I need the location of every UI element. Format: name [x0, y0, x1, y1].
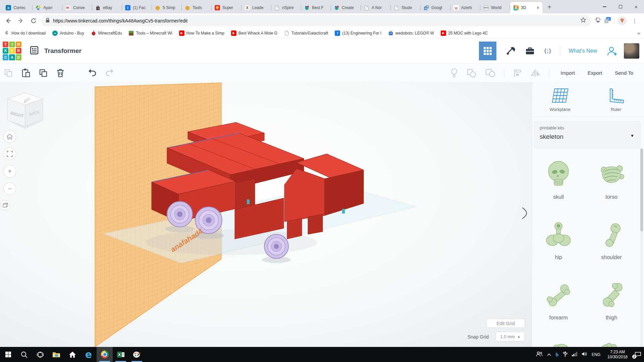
kit-item-torso[interactable]: torso	[585, 159, 638, 200]
drive-extension-icon[interactable]	[595, 17, 601, 24]
bookmark-item[interactable]: ∞Arduino - Buy	[52, 31, 84, 36]
tab-instructables-2[interactable]: Tools	[182, 2, 212, 13]
panel-scrollbar-thumb[interactable]	[640, 148, 643, 231]
search-button[interactable]	[16, 347, 32, 362]
snap-grid-select[interactable]: 1.0 mm▲	[496, 332, 525, 341]
minimize-button[interactable]	[597, 0, 612, 13]
ruler-tool[interactable]: Ruler	[588, 88, 644, 112]
tab-outlook[interactable]: oCorrec	[3, 2, 33, 13]
tab-edx[interactable]: XLeade	[241, 2, 271, 13]
kit-item-skull[interactable]: skull	[532, 159, 585, 200]
align-icon[interactable]	[513, 69, 522, 77]
bookmark-item[interactable]: Tutorials/Galacticraft	[284, 31, 328, 36]
send-to-button[interactable]: Send To	[613, 68, 635, 78]
kit-item-partial[interactable]	[599, 340, 619, 347]
bookmark-item[interactable]: wedobots: LEGO® W	[388, 31, 434, 36]
home-app-button[interactable]	[64, 347, 80, 362]
design-title[interactable]: Transformer	[44, 47, 82, 55]
tab-drive[interactable]: Ayan	[33, 2, 62, 13]
bookmark-star-icon[interactable]	[580, 17, 586, 24]
tab-close-icon[interactable]: ×	[537, 5, 539, 10]
kit-item-partial[interactable]	[551, 340, 572, 347]
user-avatar[interactable]	[624, 43, 639, 59]
bookmark-item[interactable]: Tools – Minecraft Wi	[128, 31, 172, 36]
perspective-toggle-button[interactable]	[1, 200, 10, 210]
panel-collapse-chevron[interactable]	[522, 207, 527, 221]
briefcase-icon[interactable]	[525, 47, 535, 55]
profile-avatar-pizza[interactable]	[618, 16, 627, 25]
network-tray-icon[interactable]	[572, 352, 577, 357]
tab-translate[interactable]: AGGoogl	[421, 2, 450, 13]
tab-tinkercad-active[interactable]: 3D×	[510, 2, 542, 13]
forward-button[interactable]	[15, 15, 26, 26]
3d-canvas[interactable]: anafahad4 TOP RIGHT BACK + −	[0, 82, 532, 347]
kit-item-thigh[interactable]: thigh	[585, 280, 638, 321]
edge-button[interactable]: e	[80, 347, 97, 362]
file-explorer-button[interactable]	[48, 347, 64, 362]
paste-icon[interactable]	[21, 68, 30, 78]
taskbar-clock[interactable]: 7:23 AM 10/30/2018	[605, 350, 630, 360]
tab-udemy[interactable]: uAzerb	[450, 2, 480, 13]
language-indicator[interactable]: ENG	[592, 352, 600, 357]
mirror-flip-icon[interactable]	[531, 69, 541, 77]
tab-ebay[interactable]: eBay	[92, 2, 122, 13]
start-button[interactable]	[0, 347, 16, 362]
chrome-menu-icon[interactable]: ⋮	[630, 18, 639, 24]
bluetooth-tray-icon[interactable]: b	[555, 352, 558, 357]
duplicate-icon[interactable]	[39, 69, 48, 77]
invite-person-icon[interactable]	[606, 46, 618, 56]
tab-create[interactable]: Create	[331, 2, 361, 13]
kit-item-shoulder[interactable]: shoulder	[585, 220, 638, 260]
task-view-button[interactable]	[32, 347, 48, 362]
new-tab-button[interactable]: +	[544, 2, 554, 12]
bookmark-item[interactable]: CHow do I download	[4, 31, 46, 36]
delete-icon[interactable]	[56, 68, 64, 77]
tab-super[interactable]: Super	[212, 2, 241, 13]
bookmark-item[interactable]: f(13) Engineering For I	[335, 31, 381, 36]
show-hidden-icons-chevron[interactable]	[547, 352, 551, 357]
tab-instructables-1[interactable]: 5 Simp	[152, 2, 182, 13]
tinkercad-logo[interactable]: TIN KER CAD	[3, 42, 21, 60]
action-center-icon[interactable]: 2	[635, 352, 641, 357]
kit-item-forearm[interactable]: forearm	[532, 280, 585, 321]
show-all-lightbulb-icon[interactable]	[450, 68, 458, 78]
address-bar[interactable]: https://www.tinkercad.com/things/kA48Aws…	[41, 15, 591, 26]
workplane-tool[interactable]: Workplane	[532, 88, 588, 112]
tab-best[interactable]: Best F	[301, 2, 331, 13]
paint-taskbar-button[interactable]	[129, 347, 145, 362]
volume-tray-icon[interactable]	[582, 352, 587, 357]
people-tray-icon[interactable]	[536, 351, 543, 358]
bookmark-item[interactable]: ▶Best Whack A Mole G	[231, 31, 277, 36]
edit-grid-button[interactable]: Edit Grid	[486, 319, 525, 328]
usb-tray-icon[interactable]	[563, 351, 568, 358]
url-text[interactable]: https://www.tinkercad.com/things/kA48Aws…	[53, 18, 577, 23]
tab-facebook[interactable]: f(1) Fac	[122, 2, 152, 13]
back-button[interactable]	[3, 15, 13, 26]
kits-dropdown[interactable]: printable kits skeleton ▼	[534, 121, 641, 148]
close-button[interactable]: ×	[628, 0, 644, 13]
design-properties-icon[interactable]	[30, 46, 39, 56]
tab-nspire[interactable]: nSpire	[271, 2, 301, 13]
copy-icon[interactable]	[4, 69, 13, 77]
tab-anor[interactable]: A Nor	[361, 2, 391, 13]
group-icon[interactable]	[467, 68, 477, 78]
kit-item-hip[interactable]: hip	[532, 220, 585, 260]
import-button[interactable]: Import	[558, 68, 577, 78]
whats-new-link[interactable]: What's New	[569, 48, 597, 54]
bookmark-item[interactable]: ▶25 MOC with Lego 4C	[441, 31, 488, 36]
bookmark-item[interactable]: ▶How To Make a Simp	[179, 31, 224, 36]
maximize-button[interactable]	[612, 0, 628, 13]
view-cube[interactable]: TOP RIGHT BACK	[7, 93, 43, 129]
tab-wes[interactable]: WESWorld	[480, 2, 510, 13]
zoom-out-button[interactable]: −	[3, 182, 16, 195]
chrome-taskbar-button[interactable]	[97, 347, 113, 362]
codeblocks-icon[interactable]: {;}	[544, 48, 551, 54]
tools-hammer-icon[interactable]	[506, 46, 516, 56]
ungroup-icon[interactable]	[485, 68, 495, 78]
tab-stude[interactable]: Stude	[391, 2, 421, 13]
bookmarks-overflow-chevron[interactable]: »	[637, 31, 640, 36]
export-button[interactable]: Export	[586, 68, 604, 78]
undo-icon[interactable]	[87, 69, 97, 77]
reload-button[interactable]	[28, 15, 39, 26]
dashboard-grid-button[interactable]	[479, 42, 496, 60]
